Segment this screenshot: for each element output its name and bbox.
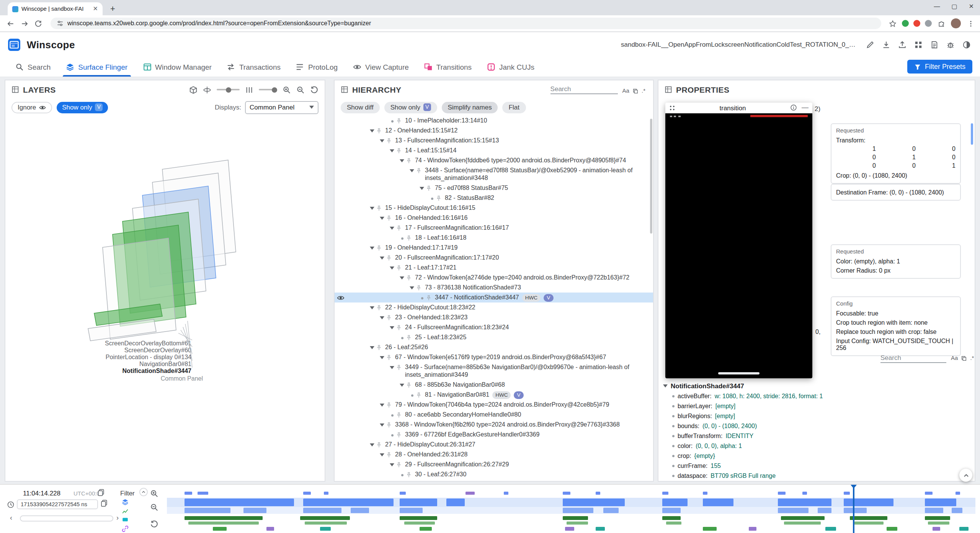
chrome-menu-icon[interactable] [965,18,975,28]
trace-segment-transactions[interactable] [303,508,341,513]
regex-toggle[interactable]: .* [642,87,645,94]
properties-scrollbar[interactable] [971,123,973,145]
trace-segment-transition-markers[interactable] [802,492,807,495]
pin-icon[interactable] [376,204,385,211]
profile-avatar-icon[interactable] [951,18,961,28]
trace-segment-misc-purple[interactable] [266,527,274,531]
bookmark-star-icon[interactable] [887,18,897,28]
trace-segment-transactions[interactable] [818,508,831,513]
tree-node[interactable]: 22 - HideDisplayCutout:18:23#22 [335,302,653,312]
tab-window-manager[interactable]: Window Manager [135,57,219,77]
trace-segment-misc-purple[interactable] [749,527,756,531]
pin-icon[interactable] [396,461,405,468]
property-row[interactable]: barrierLayer:[empty] [663,401,970,411]
trace-segment-transition-markers[interactable] [400,492,406,495]
tree-node[interactable]: 80 - ace6abb SecondaryHomeHandle0#80 [335,410,653,420]
collapse-filter-button[interactable] [139,488,148,496]
scroll-left-icon[interactable]: ‹ [10,515,12,522]
forward-icon[interactable] [18,17,31,29]
trace-segment-transition-markers[interactable] [185,492,192,495]
visibility-eye-icon[interactable] [337,294,345,302]
simplify-names-button[interactable]: Simplify names [441,101,498,113]
pin-icon[interactable] [376,127,385,134]
pin-icon[interactable] [426,294,435,301]
tree-node[interactable]: 18 - Leaf:16:16#18 [335,233,653,243]
trace-segment-transition-markers[interactable] [303,492,311,495]
tree-node[interactable]: 23 - OneHanded:18:23#23 [335,312,653,322]
tab-view-capture[interactable]: View Capture [345,57,416,77]
extensions-puzzle-icon[interactable] [936,18,946,28]
tune-icon[interactable] [57,20,64,27]
download-icon[interactable] [880,39,892,50]
transactions-trace-icon[interactable] [122,507,129,514]
trace-segment-surface-flinger[interactable] [778,499,831,506]
trace-segment-misc-green[interactable] [703,527,717,531]
trace-segment-transition-markers[interactable] [563,492,570,495]
pin-icon[interactable] [416,284,425,291]
tree-node[interactable]: 24 - FullscreenMagnification:18:23#24 [335,322,653,332]
expand-caret-icon[interactable] [368,127,376,132]
overlap-icon[interactable] [961,355,967,361]
pin-icon[interactable] [436,194,445,201]
expand-caret-icon[interactable] [378,421,386,426]
trace-segment-transition-markers[interactable] [596,492,600,495]
timeline-range-scrollbar[interactable] [20,515,113,522]
trace-segment-transactions[interactable] [844,508,867,513]
pin-icon[interactable] [406,334,415,340]
trace-segment-transition-markers[interactable] [925,492,933,495]
tree-node[interactable]: 10 - ImePlaceholder:13:14#10 [335,116,653,126]
trace-segment-misc-green[interactable] [887,527,897,531]
trace-segment-protolog-light[interactable] [784,522,821,525]
expand-caret-icon[interactable] [368,441,376,446]
tree-node[interactable]: 3369 - 67726bf EdgeBackGestureHandler0#3… [335,430,653,440]
pin-icon[interactable] [406,157,415,163]
tree-node[interactable]: 79 - WindowToken{7046b4a type=2024 andro… [335,400,653,410]
hierarchy-search-input[interactable]: Search [550,85,618,94]
show-only-v-button[interactable]: Show only V [57,101,108,113]
pin-icon[interactable] [376,244,385,251]
expand-caret-icon[interactable] [378,254,386,259]
trace-segment-surface-flinger[interactable] [925,499,956,506]
trace-segment-surface-flinger[interactable] [185,499,294,506]
trace-segment-misc-green[interactable] [420,527,432,531]
back-icon[interactable] [5,17,17,29]
browser-tab[interactable]: Winscope | sandbox-FAI ✕ [8,2,103,15]
property-root-node[interactable]: NotificationShade#3447 [663,381,970,391]
trace-segment-protolog-dark[interactable] [185,516,263,520]
pin-icon[interactable] [386,214,395,221]
tree-node[interactable]: 25 - Leaf:18:23#25 [335,332,653,342]
minimize-icon[interactable]: — [802,104,808,111]
pin-icon[interactable] [386,451,395,458]
reset-view-icon[interactable] [310,85,318,94]
pin-icon[interactable] [396,224,405,231]
tree-node[interactable]: 68 - 885b63e NavigationBar0#68 [335,380,653,390]
trace-segment-transactions[interactable] [400,508,423,513]
tree-node[interactable]: 12 - OneHanded:15:15#12 [335,126,653,136]
tree-node[interactable]: 74 - WindowToken{fdddbe6 type=2000 andro… [335,155,653,165]
tree-node[interactable]: 3447 - NotificationShade#3447HWCV [335,293,653,302]
trace-segment-protolog-dark[interactable] [781,516,825,520]
trace-segment-surface-flinger[interactable] [844,499,893,506]
expand-caret-icon[interactable] [368,204,376,209]
property-row[interactable]: activeBuffer:w: 1080, h: 2400, stride: 2… [663,391,970,401]
trace-segment-transactions[interactable] [603,508,619,513]
cube-3d-icon[interactable] [189,85,198,94]
extension-gray-icon[interactable] [925,20,932,27]
trace-segment-transactions[interactable] [563,508,593,513]
expand-caret-icon[interactable] [398,157,406,162]
match-case-toggle[interactable]: Aa [951,355,958,361]
tree-node[interactable]: 28 - OneHanded:26:31#28 [335,450,653,459]
maximize-icon[interactable]: ▢ [951,3,957,10]
trace-segment-protolog-light[interactable] [928,522,949,525]
tree-node[interactable]: 19 - OneHanded:17:17#19 [335,243,653,253]
trace-segment-transition-markers[interactable] [662,492,668,495]
rotation-slider[interactable] [217,89,240,90]
pin-icon[interactable] [406,274,415,281]
pin-icon[interactable] [376,343,385,350]
upload-icon[interactable] [897,39,908,50]
tree-node[interactable]: 16 - OneHanded:16:16#16 [335,213,653,223]
trace-segment-protolog-dark[interactable] [400,516,437,520]
trace-segment-transition-markers[interactable] [703,492,707,495]
spacing-slider[interactable] [259,89,277,90]
tree-node[interactable]: 20 - FullscreenMagnification:17:17#20 [335,253,653,263]
